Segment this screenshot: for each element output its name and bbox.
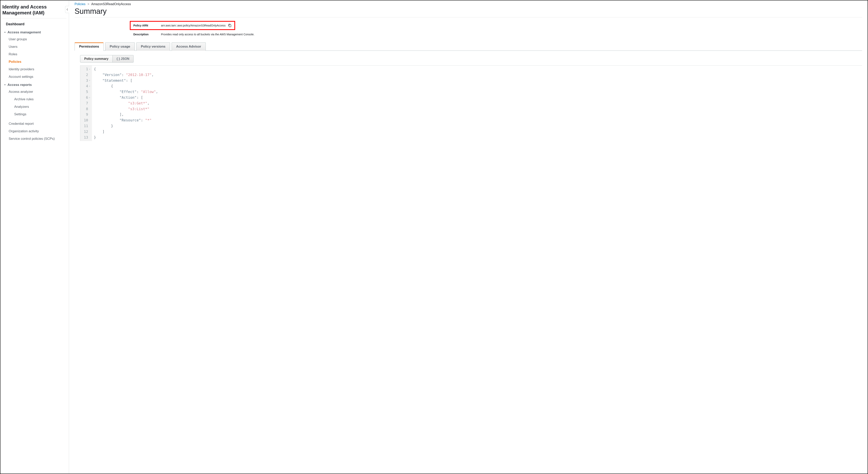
json-editor: 1▾ 2 3▾ 4▾ 5 6▾ 7 8 9 10 11 12 13 { "Ver… bbox=[80, 65, 862, 141]
caret-down-icon bbox=[4, 84, 6, 86]
code-token: { bbox=[94, 67, 96, 71]
code-token: "Effect" bbox=[120, 90, 137, 94]
code-token: ], bbox=[120, 112, 124, 116]
nav-organization-activity[interactable]: Organization activity bbox=[2, 127, 69, 135]
line-number: 12 bbox=[84, 129, 88, 135]
code-token: { bbox=[111, 84, 113, 88]
nav-credential-report[interactable]: Credential report bbox=[2, 120, 69, 127]
line-number: 11 bbox=[84, 123, 88, 129]
line-number: 7 bbox=[86, 100, 88, 106]
sidebar-collapse-handle[interactable] bbox=[65, 6, 69, 13]
policy-arn-highlight: Policy ARN arn:aws:iam::aws:policy/Amazo… bbox=[130, 21, 235, 30]
sidebar: Identity and Access Management (IAM) Das… bbox=[0, 0, 69, 474]
tab-policy-versions[interactable]: Policy versions bbox=[136, 42, 170, 51]
policy-arn-label: Policy ARN bbox=[133, 24, 161, 27]
line-number: 3 bbox=[86, 78, 88, 84]
fold-icon[interactable]: ▾ bbox=[89, 79, 90, 82]
nav-section-access-reports[interactable]: Access reports bbox=[2, 81, 69, 88]
nav-analyzer-settings[interactable]: Settings bbox=[2, 111, 69, 118]
line-gutter: 1▾ 2 3▾ 4▾ 5 6▾ 7 8 9 10 11 12 13 bbox=[80, 65, 92, 141]
code-token: "s3:List*" bbox=[128, 107, 149, 111]
main-content: Policies > AmazonS3ReadOnlyAccess Summar… bbox=[69, 0, 868, 474]
nav-section-access-management[interactable]: Access management bbox=[2, 28, 69, 35]
code-token: "Resource" bbox=[120, 118, 141, 122]
nav-access-analyzer[interactable]: Access analyzer bbox=[2, 88, 69, 95]
tabs: Permissions Policy usage Policy versions… bbox=[74, 42, 862, 51]
nav-scps[interactable]: Service control policies (SCPs) bbox=[2, 135, 69, 143]
chevron-left-icon bbox=[66, 8, 68, 11]
line-number: 10 bbox=[84, 117, 88, 123]
code-token: "Allow" bbox=[141, 90, 156, 94]
nav-identity-providers[interactable]: Identity providers bbox=[2, 65, 69, 73]
nav-section-label: Access reports bbox=[7, 83, 32, 87]
view-toggle: Policy summary { } JSON bbox=[80, 55, 862, 63]
line-number: 13 bbox=[84, 135, 88, 140]
breadcrumb: Policies > AmazonS3ReadOnlyAccess bbox=[74, 2, 862, 6]
tab-policy-usage[interactable]: Policy usage bbox=[105, 42, 135, 51]
caret-down-icon bbox=[4, 31, 6, 33]
code-token: "Version" bbox=[102, 72, 122, 77]
tab-permissions[interactable]: Permissions bbox=[74, 42, 103, 51]
copy-icon[interactable] bbox=[228, 24, 231, 27]
description-row: Description Provides read only access to… bbox=[131, 31, 862, 39]
fold-icon[interactable]: ▾ bbox=[89, 85, 90, 88]
nav-account-settings[interactable]: Account settings bbox=[2, 73, 69, 81]
page-title: Summary bbox=[74, 7, 862, 18]
breadcrumb-current: AmazonS3ReadOnlyAccess bbox=[91, 2, 131, 6]
nav-section-label: Access management bbox=[7, 30, 41, 34]
line-number: 4 bbox=[86, 83, 88, 89]
nav-dashboard[interactable]: Dashboard bbox=[2, 20, 69, 28]
code-token: "Action" bbox=[120, 95, 137, 99]
code-token: "Statement" bbox=[102, 78, 126, 83]
line-number: 9 bbox=[86, 112, 88, 117]
line-number: 5 bbox=[86, 89, 88, 95]
subtab-json[interactable]: { } JSON bbox=[113, 55, 133, 63]
policy-arn-value: arn:aws:iam::aws:policy/AmazonS3ReadOnly… bbox=[161, 24, 226, 27]
code-token: } bbox=[94, 135, 96, 139]
line-number: 6 bbox=[86, 95, 88, 100]
description-value: Provides read only access to all buckets… bbox=[161, 33, 254, 36]
nav-roles[interactable]: Roles bbox=[2, 51, 69, 58]
fold-icon[interactable]: ▾ bbox=[89, 96, 90, 99]
code-token: "*" bbox=[145, 118, 152, 122]
nav-user-groups[interactable]: User groups bbox=[2, 35, 69, 43]
line-number: 1 bbox=[86, 66, 88, 72]
code-token: "2012-10-17" bbox=[126, 72, 152, 77]
tab-access-advisor[interactable]: Access Advisor bbox=[172, 42, 206, 51]
subtab-policy-summary[interactable]: Policy summary bbox=[80, 55, 113, 63]
nav-analyzers[interactable]: Analyzers bbox=[2, 103, 69, 111]
line-number: 2 bbox=[86, 72, 88, 78]
sidebar-title: Identity and Access Management (IAM) bbox=[2, 2, 66, 18]
nav-archive-rules[interactable]: Archive rules bbox=[2, 95, 69, 103]
nav-policies[interactable]: Policies bbox=[2, 58, 69, 65]
breadcrumb-root[interactable]: Policies bbox=[74, 2, 86, 6]
svg-rect-0 bbox=[229, 25, 231, 27]
fold-icon[interactable]: ▾ bbox=[89, 67, 90, 71]
nav-users[interactable]: Users bbox=[2, 43, 69, 51]
line-number: 8 bbox=[86, 106, 88, 112]
json-code[interactable]: { "Version": "2012-10-17", "Statement": … bbox=[92, 65, 160, 141]
description-label: Description bbox=[133, 33, 161, 36]
code-token: "s3:Get*" bbox=[128, 101, 147, 105]
code-token: ] bbox=[102, 129, 104, 134]
code-token: } bbox=[111, 124, 113, 128]
breadcrumb-separator: > bbox=[88, 2, 89, 6]
